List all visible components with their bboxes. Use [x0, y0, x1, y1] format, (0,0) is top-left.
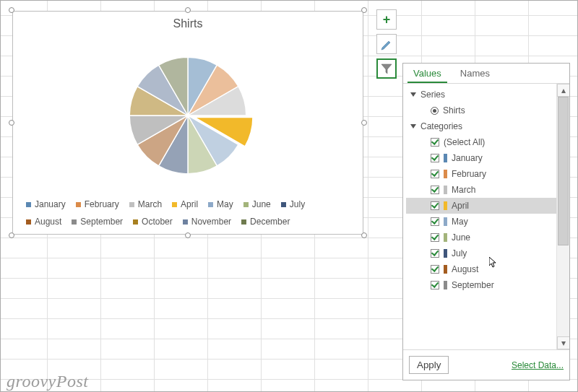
select-data-link[interactable]: Select Data...: [512, 360, 564, 370]
legend-label: December: [250, 217, 290, 227]
chart-styles-button[interactable]: [376, 34, 397, 54]
category-label: April: [452, 201, 469, 211]
resize-handle[interactable]: [9, 120, 14, 126]
legend-label: July: [290, 199, 305, 209]
filter-footer: Apply Select Data...: [403, 349, 569, 380]
legend-label: June: [252, 199, 271, 209]
resize-handle[interactable]: [361, 7, 367, 13]
checkbox-icon: [431, 233, 439, 242]
category-label: February: [452, 169, 486, 179]
legend-item[interactable]: October: [133, 217, 173, 227]
category-color-icon: [444, 249, 447, 258]
collapse-icon: [410, 92, 416, 97]
chart-elements-button[interactable]: +: [376, 9, 397, 30]
apply-button[interactable]: Apply: [409, 356, 449, 374]
category-row-may[interactable]: May: [406, 214, 556, 230]
legend-label: November: [191, 217, 231, 227]
legend-item[interactable]: February: [76, 199, 119, 209]
tab-names[interactable]: Names: [454, 64, 496, 83]
category-label: July: [452, 248, 467, 258]
series-option-shirts[interactable]: Shirts: [406, 103, 556, 118]
category-label: January: [452, 153, 483, 163]
categories-node[interactable]: Categories: [406, 118, 556, 134]
legend-item[interactable]: April: [172, 199, 198, 209]
legend-item[interactable]: January: [26, 199, 66, 209]
legend-item[interactable]: June: [243, 199, 271, 209]
series-label: Series: [420, 90, 445, 100]
legend-label: February: [85, 199, 119, 209]
legend-label: March: [138, 199, 162, 209]
chart-container[interactable]: Shirts JanuaryFebruaryMarchAprilMayJuneJ…: [5, 4, 371, 242]
funnel-icon: [381, 63, 392, 74]
pie-holder: [20, 35, 355, 196]
select-all-label: (Select All): [444, 137, 485, 147]
legend-label: August: [35, 217, 61, 227]
legend-swatch: [76, 202, 81, 207]
checkbox-icon: [431, 201, 439, 210]
scroll-down-button[interactable]: ▾: [557, 336, 569, 349]
scrollbar[interactable]: ▴ ▾: [556, 84, 569, 349]
legend-swatch: [183, 219, 188, 225]
legend-swatch: [72, 219, 77, 225]
category-row-march[interactable]: March: [406, 182, 556, 198]
filter-tabs: Values Names: [403, 64, 569, 84]
category-label: May: [452, 217, 468, 227]
legend-label: April: [181, 199, 198, 209]
resize-handle[interactable]: [361, 120, 367, 126]
select-all-row[interactable]: (Select All): [406, 134, 556, 150]
scroll-track[interactable]: [557, 97, 569, 336]
checkbox-icon: [431, 217, 439, 226]
category-row-april[interactable]: April: [406, 198, 556, 214]
chart-area[interactable]: Shirts JanuaryFebruaryMarchAprilMayJuneJ…: [12, 11, 363, 235]
legend-swatch: [243, 202, 249, 207]
filter-tree: Series Shirts Categories (Select All) Ja…: [403, 84, 569, 349]
category-row-september[interactable]: September: [406, 277, 556, 293]
category-row-february[interactable]: February: [406, 166, 556, 182]
resize-handle[interactable]: [361, 232, 367, 238]
scroll-up-button[interactable]: ▴: [557, 84, 569, 97]
legend-swatch: [133, 219, 138, 225]
legend-item[interactable]: July: [281, 199, 305, 209]
category-row-july[interactable]: July: [406, 245, 556, 261]
category-label: August: [452, 264, 478, 274]
categories-label: Categories: [420, 121, 462, 131]
category-color-icon: [444, 201, 447, 210]
legend-label: January: [35, 199, 66, 209]
series-node[interactable]: Series: [406, 87, 556, 103]
category-color-icon: [444, 217, 447, 226]
chart-title: Shirts: [20, 17, 355, 30]
tab-values[interactable]: Values: [407, 64, 447, 83]
watermark: groovyPost: [7, 372, 88, 391]
resize-handle[interactable]: [185, 7, 191, 13]
resize-handle[interactable]: [9, 232, 14, 238]
legend: JanuaryFebruaryMarchAprilMayJuneJulyAugu…: [20, 196, 355, 231]
category-row-june[interactable]: June: [406, 230, 556, 245]
checkbox-icon: [431, 138, 439, 147]
category-color-icon: [444, 170, 447, 178]
legend-item[interactable]: May: [208, 199, 233, 209]
category-label: March: [452, 185, 475, 195]
category-color-icon: [444, 233, 447, 242]
legend-item[interactable]: August: [26, 217, 61, 227]
chart-filters-button[interactable]: [376, 58, 397, 79]
legend-swatch: [281, 202, 286, 207]
legend-item[interactable]: December: [241, 217, 290, 227]
radio-icon: [431, 107, 439, 115]
legend-item[interactable]: November: [183, 217, 231, 227]
legend-item[interactable]: March: [129, 199, 162, 209]
chart-filter-pane: Values Names Series Shirts Categories (S…: [402, 63, 570, 380]
category-row-january[interactable]: January: [406, 150, 556, 166]
scroll-thumb[interactable]: [558, 97, 569, 245]
category-row-august[interactable]: August: [406, 261, 556, 277]
checkbox-icon: [431, 249, 439, 258]
checkbox-icon: [431, 281, 439, 289]
collapse-icon: [410, 124, 416, 129]
category-label: June: [452, 232, 470, 243]
category-color-icon: [444, 186, 447, 194]
resize-handle[interactable]: [185, 232, 191, 238]
checkbox-icon: [431, 170, 439, 178]
resize-handle[interactable]: [9, 7, 14, 13]
pie-chart[interactable]: [119, 47, 256, 184]
chart-element-buttons: +: [376, 9, 397, 79]
legend-item[interactable]: September: [72, 217, 123, 227]
